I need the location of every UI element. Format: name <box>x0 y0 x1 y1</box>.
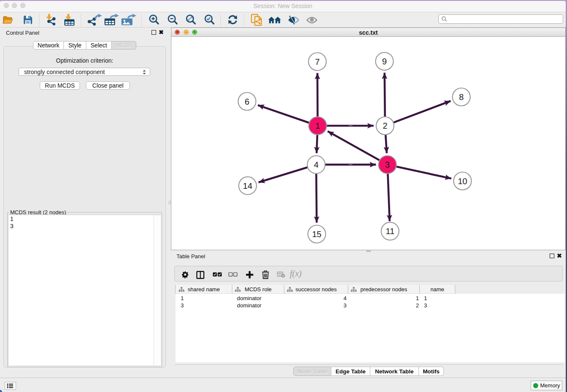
svg-text:6: 6 <box>245 97 249 107</box>
svg-text:7: 7 <box>315 58 319 67</box>
svg-text:1: 1 <box>315 121 320 131</box>
svg-text:10: 10 <box>458 177 467 186</box>
svg-text:11: 11 <box>386 227 395 236</box>
svg-text:9: 9 <box>382 57 387 66</box>
svg-text:4: 4 <box>314 160 319 170</box>
svg-text:3: 3 <box>385 160 390 170</box>
svg-text:2: 2 <box>383 121 387 131</box>
svg-text:8: 8 <box>459 93 464 102</box>
svg-text:15: 15 <box>312 230 321 239</box>
svg-text:14: 14 <box>243 182 252 191</box>
